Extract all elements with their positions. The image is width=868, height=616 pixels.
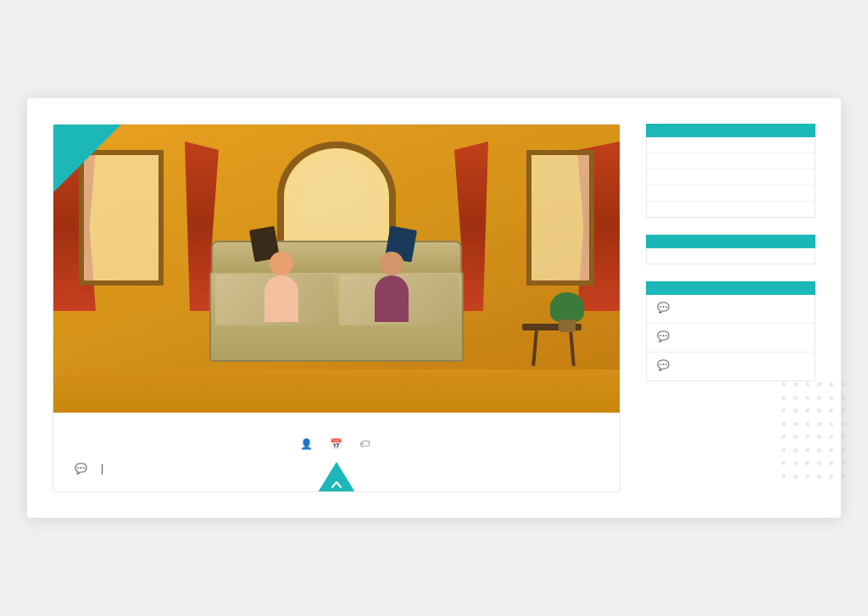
list-item[interactable] <box>647 202 815 217</box>
post-date-meta: 📅 <box>330 438 346 450</box>
featured-ribbon <box>53 125 121 192</box>
categories-widget-title <box>646 124 815 137</box>
post-meta: 👤 📅 🏷 <box>75 438 598 450</box>
comment-author: 💬 <box>657 302 804 314</box>
list-item[interactable] <box>647 186 815 202</box>
latest-blog-list <box>646 248 815 264</box>
post-category-meta: 🏷 <box>359 438 373 450</box>
categories-widget <box>646 124 815 218</box>
recent-comments-list: 💬 💬 <box>646 295 815 381</box>
person-left-head <box>270 252 293 275</box>
separator: | <box>101 463 103 474</box>
calendar-icon: 📅 <box>330 438 342 450</box>
dot-grid-decoration: // Generate dot grid const grid = docume… <box>782 382 849 484</box>
list-item[interactable] <box>647 169 815 186</box>
author-icon: 👤 <box>300 438 313 450</box>
list-item[interactable] <box>647 137 815 153</box>
table-leg-right <box>569 330 576 366</box>
person-left <box>260 260 303 328</box>
comment-footer-icon: 💬 <box>75 463 87 474</box>
window-center <box>277 142 396 252</box>
plant <box>550 290 584 332</box>
post-author-meta: 👤 <box>300 438 316 450</box>
categories-list <box>646 137 815 218</box>
comment-bubble-icon: 💬 <box>657 330 670 342</box>
person-right <box>370 260 413 328</box>
recent-comments-widget-title <box>646 281 815 295</box>
person-left-body <box>264 275 298 322</box>
post-card: 👤 📅 🏷 💬 | <box>53 124 620 492</box>
sofa-back <box>211 241 462 273</box>
sofa <box>209 269 464 362</box>
plant-pot <box>559 319 576 332</box>
comment-item: 💬 <box>647 324 815 352</box>
latest-blog-widget-title <box>646 235 815 248</box>
person-right-body <box>375 275 409 322</box>
main-content: 👤 📅 🏷 💬 | <box>53 124 620 492</box>
table-leg-left <box>531 330 538 366</box>
chevron-up-icon <box>331 480 342 489</box>
comment-item: 💬 <box>647 295 815 324</box>
page-wrapper: 👤 📅 🏷 💬 | <box>27 98 841 518</box>
list-item[interactable] <box>647 153 815 169</box>
comment-bubble-icon: 💬 <box>657 359 670 371</box>
latest-blog-widget <box>646 235 815 264</box>
person-right-head <box>380 252 403 275</box>
comment-item: 💬 <box>647 352 815 380</box>
comment-bubble-icon: 💬 <box>657 302 670 314</box>
list-item[interactable] <box>647 248 815 264</box>
comment-author: 💬 <box>657 330 804 342</box>
comment-author: 💬 <box>657 359 804 371</box>
post-featured-image <box>53 125 620 413</box>
recent-comments-widget: 💬 💬 <box>646 281 815 381</box>
window-right <box>526 150 594 286</box>
plant-leaves <box>550 292 584 322</box>
category-icon: 🏷 <box>359 438 370 450</box>
